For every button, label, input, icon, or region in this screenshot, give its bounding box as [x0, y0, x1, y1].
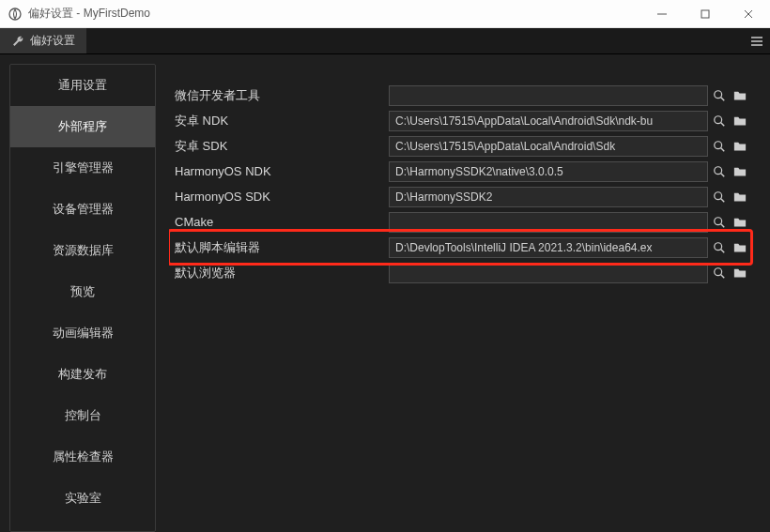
svg-point-16 — [715, 191, 722, 199]
search-icon[interactable] — [710, 212, 729, 233]
folder-icon[interactable] — [731, 187, 749, 207]
sidebar-item-0[interactable]: 通用设置 — [10, 65, 155, 106]
sidebar-item-label: 构建发布 — [58, 366, 107, 383]
field-label: HarmonyOS SDK — [175, 190, 389, 204]
path-input[interactable]: C:\Users\17515\AppData\Local\Android\Sdk — [389, 136, 708, 157]
svg-point-10 — [715, 115, 722, 123]
sidebar-item-label: 动画编辑器 — [53, 325, 114, 342]
path-input[interactable]: C:\Users\17515\AppData\Local\Android\Sdk… — [389, 111, 708, 131]
svg-point-14 — [715, 166, 722, 174]
path-input[interactable] — [389, 85, 708, 106]
form-row-6: 默认脚本编辑器D:\DevlopTools\IntelliJ IDEA 2021… — [175, 235, 749, 260]
form-row-5: CMake — [175, 209, 749, 235]
sidebar-item-label: 设备管理器 — [53, 201, 114, 218]
folder-icon[interactable] — [731, 136, 749, 157]
form-row-2: 安卓 SDKC:\Users\17515\AppData\Local\Andro… — [175, 133, 749, 159]
field-label: 默认浏览器 — [175, 265, 389, 281]
sidebar-item-3[interactable]: 设备管理器 — [10, 189, 155, 230]
tab-preferences[interactable]: 偏好设置 — [0, 28, 86, 53]
folder-icon[interactable] — [731, 85, 749, 106]
path-input[interactable]: D:\DevlopTools\IntelliJ IDEA 2021.3.2\bi… — [389, 237, 708, 258]
tabbar: 偏好设置 — [0, 28, 770, 54]
svg-line-15 — [721, 173, 725, 176]
folder-icon[interactable] — [731, 263, 749, 283]
path-input[interactable] — [389, 212, 708, 233]
svg-line-13 — [721, 147, 725, 151]
field-label: 安卓 NDK — [175, 113, 389, 129]
search-icon[interactable] — [710, 85, 729, 106]
sidebar-item-label: 外部程序 — [58, 118, 107, 135]
search-icon[interactable] — [710, 187, 729, 207]
sidebar-item-label: 引擎管理器 — [53, 160, 114, 176]
search-icon[interactable] — [710, 263, 729, 283]
svg-point-8 — [715, 90, 722, 98]
sidebar-item-5[interactable]: 预览 — [10, 271, 155, 312]
window-title: 偏好设置 - MyFirstDemo — [28, 6, 150, 22]
folder-icon[interactable] — [731, 237, 749, 258]
field-label: HarmonyOS NDK — [175, 164, 389, 178]
svg-line-11 — [721, 122, 725, 126]
sidebar-item-label: 预览 — [70, 283, 95, 300]
field-wrap: C:\Users\17515\AppData\Local\Android\Sdk — [389, 136, 749, 157]
path-input[interactable]: D:\HarmonySSDK2\native\3.0.0.5 — [389, 161, 708, 182]
sidebar-item-1[interactable]: 外部程序 — [10, 106, 155, 147]
sidebar-item-label: 实验室 — [65, 490, 101, 507]
search-icon[interactable] — [710, 161, 729, 182]
sidebar-item-4[interactable]: 资源数据库 — [10, 230, 155, 271]
sidebar-item-label: 属性检查器 — [53, 448, 114, 465]
search-icon[interactable] — [710, 136, 729, 157]
form-row-1: 安卓 NDKC:\Users\17515\AppData\Local\Andro… — [175, 108, 749, 133]
path-input[interactable] — [389, 263, 708, 283]
form-row-0: 微信开发者工具 — [175, 83, 749, 108]
minimize-button[interactable] — [640, 0, 684, 28]
settings-form: 微信开发者工具安卓 NDKC:\Users\17515\AppData\Loca… — [169, 64, 766, 532]
svg-line-21 — [721, 249, 725, 252]
wrench-icon — [11, 35, 24, 48]
folder-icon[interactable] — [731, 161, 749, 182]
client-area: 偏好设置 通用设置外部程序引擎管理器设备管理器资源数据库预览动画编辑器构建发布控… — [0, 28, 770, 532]
sidebar-item-2[interactable]: 引擎管理器 — [10, 147, 155, 189]
maximize-button[interactable] — [684, 0, 727, 28]
tab-label: 偏好设置 — [30, 33, 75, 49]
sidebar-item-label: 控制台 — [65, 407, 101, 424]
window-titlebar: 偏好设置 - MyFirstDemo — [0, 0, 770, 28]
path-input[interactable]: D:\HarmonySSDK2 — [389, 187, 708, 207]
folder-icon[interactable] — [731, 111, 749, 131]
search-icon[interactable] — [710, 237, 729, 258]
sidebar-item-8[interactable]: 控制台 — [10, 395, 155, 436]
svg-point-12 — [715, 141, 722, 148]
form-row-7: 默认浏览器 — [175, 260, 749, 285]
sidebar-item-10[interactable]: 实验室 — [10, 478, 155, 519]
sidebar: 通用设置外部程序引擎管理器设备管理器资源数据库预览动画编辑器构建发布控制台属性检… — [9, 64, 156, 532]
sidebar-item-7[interactable]: 构建发布 — [10, 354, 155, 395]
field-label: 安卓 SDK — [175, 138, 389, 155]
svg-point-18 — [715, 217, 722, 224]
svg-line-9 — [721, 97, 725, 100]
form-row-3: HarmonyOS NDKD:\HarmonySSDK2\native\3.0.… — [175, 159, 749, 184]
svg-point-22 — [715, 267, 722, 275]
svg-rect-2 — [701, 10, 709, 18]
sidebar-item-6[interactable]: 动画编辑器 — [10, 312, 155, 354]
app-icon — [8, 7, 23, 22]
field-wrap: D:\DevlopTools\IntelliJ IDEA 2021.3.2\bi… — [389, 237, 749, 258]
field-wrap: D:\HarmonySSDK2\native\3.0.0.5 — [389, 161, 749, 182]
search-icon[interactable] — [710, 111, 729, 131]
field-label: CMake — [175, 215, 389, 229]
svg-line-23 — [721, 274, 725, 278]
svg-line-19 — [721, 223, 725, 227]
field-wrap — [389, 85, 749, 106]
form-row-4: HarmonyOS SDKD:\HarmonySSDK2 — [175, 184, 749, 209]
sidebar-item-label: 资源数据库 — [53, 242, 114, 259]
workspace: 通用设置外部程序引擎管理器设备管理器资源数据库预览动画编辑器构建发布控制台属性检… — [0, 54, 770, 532]
sidebar-item-9[interactable]: 属性检查器 — [10, 436, 155, 478]
close-button[interactable] — [727, 0, 770, 28]
field-wrap — [389, 263, 749, 283]
field-wrap — [389, 212, 749, 233]
field-label: 微信开发者工具 — [175, 87, 389, 104]
folder-icon[interactable] — [731, 212, 749, 233]
sidebar-item-label: 通用设置 — [58, 77, 107, 94]
hamburger-menu-button[interactable] — [744, 28, 770, 53]
field-wrap: C:\Users\17515\AppData\Local\Android\Sdk… — [389, 111, 749, 131]
svg-point-20 — [715, 242, 722, 250]
svg-line-17 — [721, 198, 725, 202]
